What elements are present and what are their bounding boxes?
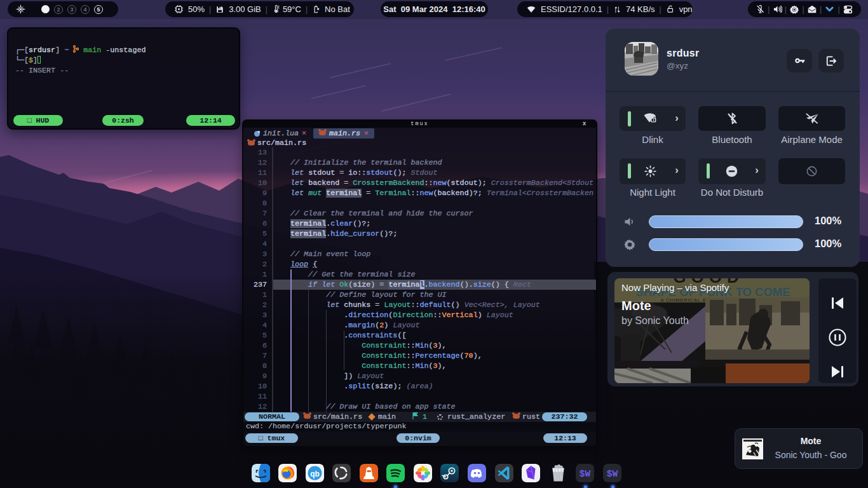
svg-text:$W: $W <box>607 469 618 479</box>
svg-text:$W: $W <box>580 469 591 479</box>
svg-text:qb: qb <box>310 470 320 478</box>
